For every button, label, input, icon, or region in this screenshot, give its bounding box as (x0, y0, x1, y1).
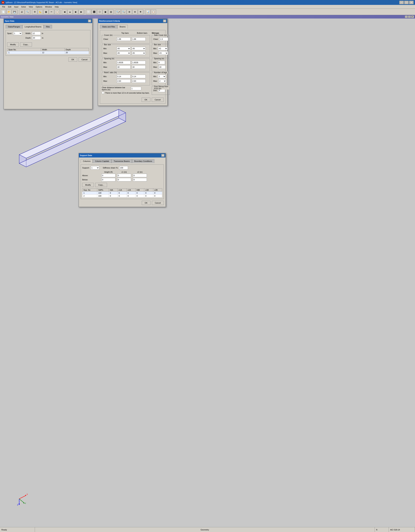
tb-btn-9[interactable]: ▶ (79, 10, 84, 14)
zoom-out-button[interactable]: 🔍- (121, 10, 126, 14)
mdi-minimize[interactable]: ─ (405, 16, 408, 18)
reinf-ok-button[interactable]: OK (141, 98, 150, 102)
support-cancel-button[interactable]: Cancel (152, 201, 164, 205)
tab-beams[interactable]: Beams (117, 25, 128, 29)
spacing-top-max-input[interactable] (117, 65, 131, 69)
tb-btn-12[interactable]: ⬡ (97, 10, 102, 14)
concrete-checkbox[interactable] (102, 92, 104, 94)
tb-btn-3[interactable]: ▦ (43, 10, 48, 14)
depth-input[interactable] (32, 36, 41, 40)
tab-ribs[interactable]: Ribs (44, 25, 52, 29)
side-cover-input[interactable] (160, 37, 168, 41)
output-button[interactable]: 📋 (151, 10, 156, 14)
tb-btn-5[interactable]: 📋 (55, 10, 60, 14)
bar-top-min-select[interactable]: #9 (117, 47, 131, 50)
support-modify-button[interactable]: Modify (82, 183, 94, 187)
open-button[interactable]: 📂 (6, 10, 11, 14)
ratio-top-min-input[interactable] (117, 75, 131, 78)
clear-top-input[interactable] (117, 37, 131, 41)
above-c2-input[interactable] (133, 174, 147, 177)
support-copy-button[interactable]: Copy... (95, 183, 107, 187)
zoom-fit-button[interactable]: ⊞ (127, 10, 132, 14)
span-select[interactable]: 1 (13, 32, 22, 35)
support-select[interactable]: 1 (91, 166, 99, 170)
ratio-top-max-input[interactable] (117, 79, 131, 83)
menu-options[interactable]: Options (34, 5, 44, 8)
support-ok-button[interactable]: OK (142, 201, 151, 205)
stirrup-bar-min-select[interactable]: #3 (158, 47, 168, 50)
bar-bottom-max-select[interactable]: #9 (132, 51, 146, 55)
legs-min-select[interactable]: 2 (158, 75, 166, 78)
bar-top-max-select[interactable]: #9 (117, 51, 131, 55)
tb-btn-2[interactable]: 📐 (38, 10, 43, 14)
spacing-bottom-max-input[interactable] (132, 65, 146, 69)
close-button[interactable]: ✕ (409, 1, 414, 4)
support-dialog-close[interactable]: ✕ (161, 154, 164, 157)
below-c1-input[interactable] (117, 178, 131, 181)
stirrup-bar-size-label: Bar size (153, 43, 162, 46)
new-button[interactable]: 📄 (1, 10, 6, 14)
legs-max-select[interactable]: 2 (159, 79, 166, 83)
print-button[interactable]: 🖨 (19, 10, 24, 14)
save-button[interactable]: 💾 (12, 10, 17, 14)
restore-button[interactable]: □ (404, 1, 409, 4)
span-copy-button[interactable]: Copy... (20, 42, 32, 47)
depth-label: Depth: (26, 37, 31, 39)
stirrup-sp-min-input[interactable] (158, 61, 165, 64)
tab-longitudinal-beams[interactable]: Longitudinal Beams (22, 25, 44, 29)
num-legs-label: Number of legs (153, 71, 168, 74)
mdi-restore[interactable]: □ (408, 16, 411, 18)
menu-edit[interactable]: Edit (7, 5, 13, 8)
zoom-select-button[interactable]: ⊕ (132, 10, 138, 14)
menu-view[interactable]: View (28, 5, 34, 8)
menu-file[interactable]: File (1, 5, 7, 8)
reinf-cancel-button[interactable]: Cancel (152, 98, 164, 102)
stiffness-input[interactable] (119, 166, 128, 170)
span-ok-button[interactable]: OK (68, 57, 77, 62)
span-modify-button[interactable]: Modify (7, 42, 19, 47)
clear-bottom-input[interactable] (132, 37, 146, 41)
stirrup-sp-max-input[interactable] (159, 65, 166, 69)
span-cancel-button[interactable]: Cancel (79, 57, 90, 62)
tb-btn-13[interactable]: ▣ (103, 10, 108, 14)
tb-btn-4[interactable]: ✂ (49, 10, 54, 14)
above-height-input[interactable] (102, 174, 115, 177)
span-dialog-close[interactable]: ✕ (88, 19, 91, 22)
print-preview-button[interactable]: 🔍 (25, 10, 30, 14)
tb-btn-6[interactable]: ◀ (62, 10, 67, 14)
ratio-bottom-min-input[interactable] (132, 75, 146, 78)
tab-column-capitals[interactable]: Column Capitals (93, 159, 111, 163)
tb-btn-10[interactable]: ⬜ (86, 10, 91, 14)
tb-btn-7[interactable]: ▲ (67, 10, 73, 14)
above-c1-input[interactable] (117, 174, 131, 177)
spacing-top-min-input[interactable] (117, 61, 131, 64)
menu-solve[interactable]: Solve (20, 5, 28, 8)
tb-btn-1[interactable]: ⚙ (32, 10, 37, 14)
tab-boundary-conditions[interactable]: Boundary Conditions (132, 159, 154, 163)
report-button[interactable]: 📊 (145, 10, 151, 14)
clear-dist-input[interactable] (131, 87, 141, 90)
minimize-button[interactable]: ─ (399, 1, 404, 4)
spacing-bottom-min-input[interactable] (132, 61, 146, 64)
tb-btn-8[interactable]: ◉ (73, 10, 78, 14)
tab-columns[interactable]: Columns (81, 159, 93, 163)
menu-help[interactable]: Help (53, 5, 60, 8)
ratio-bottom-max-input[interactable] (132, 79, 146, 83)
reinf-tab-bar: Slabs and Ribs Beams (100, 25, 166, 29)
below-height-input[interactable] (102, 178, 115, 181)
tb-btn-11[interactable]: ⬛ (92, 10, 97, 14)
bar-bottom-min-select[interactable]: #9 (132, 47, 146, 50)
menu-window[interactable]: Window (44, 5, 53, 8)
pan-button[interactable]: ✥ (138, 10, 143, 14)
tab-slabs-ribs[interactable]: Slabs and Ribs (100, 25, 117, 29)
tab-slabs-flanges[interactable]: Slabs/Flanges (6, 25, 22, 29)
reinf-dialog-close[interactable]: ✕ (163, 19, 166, 22)
below-c2-input[interactable] (133, 178, 147, 181)
tb-btn-14[interactable]: ▤ (108, 10, 113, 14)
menu-input[interactable]: Input (13, 5, 20, 8)
stirrup-bar-max-select[interactable]: #3 (159, 51, 168, 55)
width-input[interactable] (32, 32, 41, 35)
tab-transverse-beams[interactable]: Transverse Beams (111, 159, 132, 163)
mdi-close[interactable]: ✕ (411, 16, 414, 18)
zoom-in-button[interactable]: 🔍+ (116, 10, 121, 14)
